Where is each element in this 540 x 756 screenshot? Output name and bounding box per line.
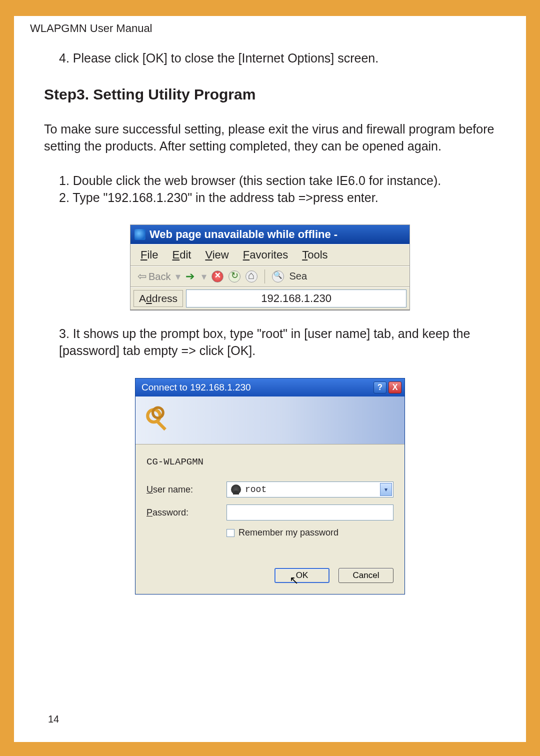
cancel-button[interactable]: Cancel bbox=[338, 568, 394, 583]
manual-page: WLAPGMN User Manual 4. Please click [OK]… bbox=[14, 14, 526, 742]
ie-titlebar: Web page unavailable while offline - bbox=[130, 225, 410, 244]
keys-icon bbox=[144, 406, 174, 436]
dialog-titlebar: Connect to 192.168.1.230 ? X bbox=[136, 378, 404, 396]
ie-menubar: File Edit View Favorites Tools bbox=[130, 244, 410, 266]
back-button[interactable]: Back bbox=[138, 270, 170, 283]
remember-checkbox[interactable] bbox=[226, 529, 234, 537]
username-input[interactable]: root ▾ bbox=[226, 482, 394, 498]
ie6-screenshot: Web page unavailable while offline - Fil… bbox=[130, 224, 410, 310]
username-label: User name: bbox=[146, 484, 226, 495]
menu-favorites[interactable]: Favorites bbox=[243, 248, 288, 262]
page-header: WLAPGMN User Manual bbox=[30, 22, 496, 35]
stop-icon[interactable] bbox=[212, 270, 224, 282]
remember-label: Remember my password bbox=[238, 528, 338, 538]
list-item-2: 2. Type "192.168.1.230" in the address t… bbox=[59, 190, 496, 206]
list-item-3: 3. It shows up the prompt box, type "roo… bbox=[59, 326, 496, 360]
ie-address-bar: Address 192.168.1.230 bbox=[130, 287, 410, 310]
address-input[interactable]: 192.168.1.230 bbox=[186, 290, 406, 308]
help-button[interactable]: ? bbox=[374, 382, 386, 394]
home-icon[interactable] bbox=[246, 270, 258, 282]
address-label: Address bbox=[134, 290, 183, 307]
user-icon bbox=[231, 484, 241, 494]
list-item-1: 1. Double click the web browser (this se… bbox=[59, 172, 496, 190]
refresh-icon[interactable] bbox=[228, 270, 240, 282]
ie-toolbar: Back ▾ ▾ Sea bbox=[130, 266, 410, 287]
intro-paragraph: To make sure successful setting, please … bbox=[44, 121, 496, 155]
menu-tools[interactable]: Tools bbox=[302, 248, 328, 262]
menu-edit[interactable]: Edit bbox=[172, 248, 191, 262]
chevron-down-icon[interactable]: ▾ bbox=[380, 483, 392, 496]
ie-logo-icon bbox=[134, 229, 146, 240]
dialog-title: Connect to 192.168.1.230 bbox=[142, 382, 251, 393]
page-number: 14 bbox=[48, 714, 59, 725]
svg-rect-1 bbox=[154, 419, 166, 430]
auth-dialog: Connect to 192.168.1.230 ? X CG-WLAPGMN … bbox=[135, 378, 405, 594]
search-label[interactable]: Sea bbox=[289, 270, 307, 282]
password-label: Password: bbox=[146, 508, 226, 518]
search-icon[interactable] bbox=[272, 270, 284, 282]
ok-button[interactable]: OK bbox=[274, 568, 330, 583]
step3-heading: Step3. Setting Utility Program bbox=[44, 86, 496, 103]
password-input[interactable] bbox=[226, 504, 394, 520]
menu-file[interactable]: File bbox=[140, 248, 158, 262]
realm-label: CG-WLAPGMN bbox=[146, 456, 394, 468]
step-4-text: 4. Please click [OK] to close the [Inter… bbox=[59, 50, 496, 67]
ie-title-text: Web page unavailable while offline - bbox=[150, 228, 338, 241]
menu-view[interactable]: View bbox=[205, 248, 228, 262]
forward-button[interactable] bbox=[186, 270, 196, 283]
dialog-banner bbox=[136, 396, 404, 444]
close-button[interactable]: X bbox=[388, 382, 402, 394]
